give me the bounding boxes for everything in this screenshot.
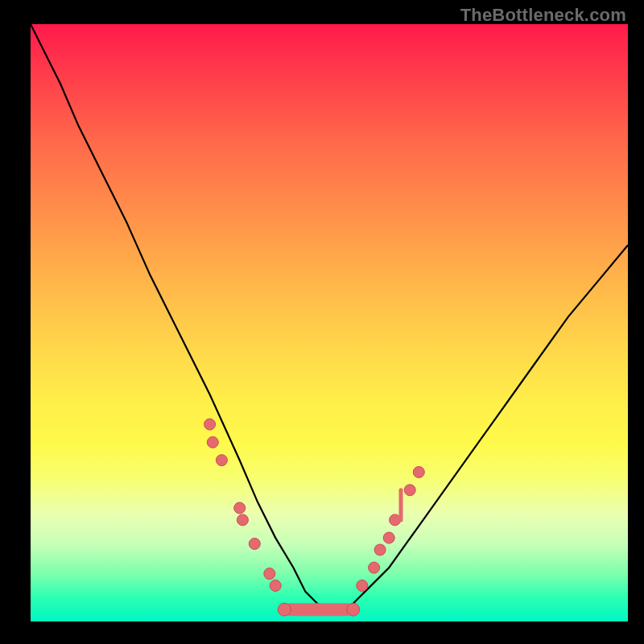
marker-dot	[404, 485, 415, 496]
marker-dot	[413, 467, 424, 478]
marker-dot	[264, 568, 275, 580]
marker-dot	[278, 603, 291, 616]
marker-dot	[357, 580, 368, 592]
marker-dot	[207, 436, 218, 448]
bottleneck-svg	[31, 24, 628, 621]
trough-bar	[284, 603, 353, 616]
marker-dot	[249, 539, 260, 550]
marker-dot	[374, 544, 386, 555]
marker-dot	[383, 532, 394, 543]
marker-dot	[369, 562, 380, 573]
chart-frame: TheBottleneck.com	[0, 0, 644, 644]
markers-group	[204, 419, 425, 616]
marker-dot	[270, 580, 281, 592]
marker-dot	[237, 514, 248, 526]
watermark-text: TheBottleneck.com	[460, 5, 626, 26]
marker-dot	[234, 502, 246, 514]
plot-area	[31, 24, 628, 621]
bottleneck-curve	[31, 24, 628, 609]
marker-dot	[347, 603, 360, 616]
marker-dot	[204, 419, 216, 430]
marker-dot	[216, 455, 227, 466]
